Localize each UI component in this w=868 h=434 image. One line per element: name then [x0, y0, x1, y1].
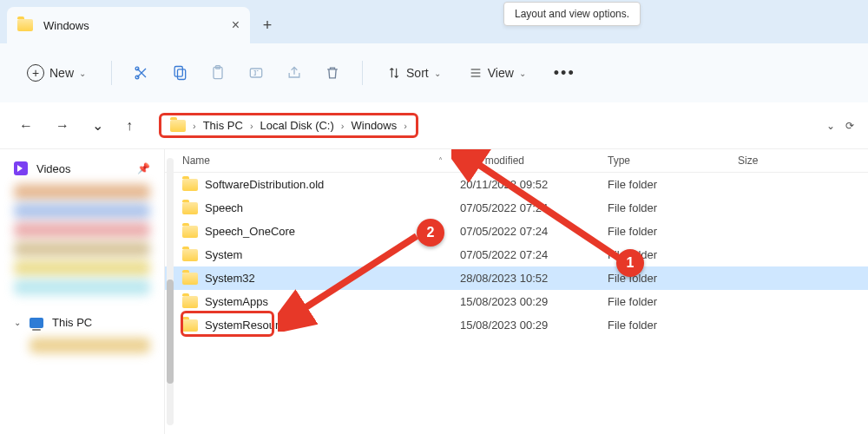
breadcrumb-item[interactable]: Windows	[352, 119, 398, 132]
col-size[interactable]: Size	[738, 155, 851, 167]
new-tab-button[interactable]: +	[250, 16, 285, 35]
navigation-pane[interactable]: Videos 📌 ⌄ This PC	[0, 149, 165, 434]
tab-windows[interactable]: Windows ×	[7, 7, 250, 43]
view-label: View	[488, 66, 514, 80]
folder-icon	[17, 19, 33, 31]
folder-icon	[182, 226, 198, 238]
trash-icon	[324, 64, 341, 82]
file-name: Speech	[205, 201, 243, 214]
share-icon	[286, 64, 303, 82]
file-type: File folder	[608, 178, 738, 191]
folder-icon	[170, 120, 186, 132]
file-date: 07/05/2022 07:24	[460, 248, 608, 261]
col-date[interactable]: Date modified	[460, 155, 608, 167]
refresh-button[interactable]: ⟳	[845, 120, 854, 132]
blurred-item	[14, 279, 150, 295]
separator	[362, 61, 363, 85]
blurred-item	[30, 338, 150, 353]
chevron-right-icon: ›	[193, 121, 196, 131]
view-icon	[469, 66, 483, 80]
sidebar-item-label: Videos	[36, 162, 71, 175]
copy-icon	[171, 64, 188, 82]
file-date: 15/08/2023 00:29	[460, 295, 608, 308]
svg-rect-2	[174, 67, 182, 77]
file-name: SystemApps	[205, 295, 268, 308]
content-area: Videos 📌 ⌄ This PC Name˄ Date modified T…	[0, 149, 868, 434]
new-button[interactable]: + New ⌄	[17, 58, 95, 88]
sort-button[interactable]: Sort ⌄	[378, 61, 450, 85]
clipboard-icon	[209, 64, 227, 82]
close-icon[interactable]: ×	[232, 17, 240, 33]
copy-button[interactable]	[166, 59, 194, 87]
file-date: 28/08/2023 10:52	[460, 272, 608, 285]
up-button[interactable]: ↑	[121, 115, 138, 137]
rename-button[interactable]	[242, 59, 270, 87]
file-name: SoftwareDistribution.old	[205, 178, 324, 191]
blurred-item	[14, 222, 150, 238]
file-type: File folder	[608, 201, 738, 214]
back-button[interactable]: ←	[14, 115, 38, 137]
recent-dropdown[interactable]: ⌄	[87, 114, 108, 137]
chevron-right-icon: ›	[250, 121, 253, 131]
scrollbar-thumb[interactable]	[167, 279, 174, 384]
file-type: File folder	[608, 225, 738, 238]
sort-indicator-icon: ˄	[438, 156, 443, 166]
sidebar-item-thispc[interactable]: ⌄ This PC	[3, 311, 161, 334]
delete-button[interactable]	[319, 59, 346, 87]
new-label: New	[49, 66, 74, 80]
more-button[interactable]: •••	[545, 59, 584, 88]
folder-icon	[182, 296, 198, 308]
view-button[interactable]: View ⌄	[460, 61, 535, 85]
col-type[interactable]: Type	[608, 155, 738, 167]
file-date: 15/08/2023 00:29	[460, 319, 608, 332]
sort-label: Sort	[406, 66, 429, 80]
title-bar: Windows × +	[0, 0, 868, 43]
folder-icon	[182, 273, 198, 285]
table-row[interactable]: System07/05/2022 07:24File folder	[165, 243, 868, 266]
separator	[111, 61, 112, 85]
blurred-item	[14, 241, 150, 257]
file-name: System32	[205, 272, 255, 285]
sidebar-item-label: This PC	[52, 316, 92, 329]
rename-icon	[247, 64, 265, 82]
file-name: SystemResources	[205, 319, 296, 332]
chevron-down-icon: ⌄	[519, 69, 526, 78]
file-list[interactable]: Name˄ Date modified Type Size SoftwareDi…	[165, 149, 868, 434]
chevron-right-icon: ›	[341, 121, 345, 131]
address-dropdown[interactable]: ⌄	[826, 120, 835, 132]
table-row[interactable]: Speech07/05/2022 07:24File folder	[165, 196, 868, 220]
folder-icon	[182, 179, 198, 191]
column-headers[interactable]: Name˄ Date modified Type Size	[165, 149, 868, 173]
sidebar-item-videos[interactable]: Videos 📌	[3, 156, 161, 181]
col-name[interactable]: Name	[182, 155, 210, 167]
share-button[interactable]	[280, 59, 308, 87]
breadcrumb-item[interactable]: Local Disk (C:)	[260, 119, 334, 132]
pc-icon	[30, 318, 43, 328]
file-name: Speech_OneCore	[205, 225, 295, 238]
breadcrumb[interactable]: › This PC › Local Disk (C:) › Windows ›	[159, 113, 418, 138]
annotation-marker-1: 1	[616, 249, 644, 277]
table-row[interactable]: SystemResources15/08/2023 00:29File fold…	[165, 313, 868, 337]
file-type: File folder	[608, 295, 738, 308]
blurred-item	[14, 184, 150, 200]
tab-title: Windows	[43, 19, 89, 32]
table-row[interactable]: SystemApps15/08/2023 00:29File folder	[165, 290, 868, 313]
scrollbar-track[interactable]	[167, 158, 174, 425]
chevron-down-icon: ⌄	[434, 69, 441, 78]
forward-button[interactable]: →	[50, 115, 75, 137]
sort-icon	[387, 66, 401, 80]
paste-button[interactable]	[204, 59, 232, 87]
cut-button[interactable]	[128, 59, 155, 87]
breadcrumb-item[interactable]: This PC	[203, 119, 243, 132]
folder-icon	[182, 202, 198, 214]
tooltip: Layout and view options.	[503, 2, 641, 26]
table-row[interactable]: System3228/08/2023 10:52File folder	[165, 266, 868, 290]
svg-rect-6	[250, 69, 261, 77]
address-bar: ← → ⌄ ↑ › This PC › Local Disk (C:) › Wi…	[0, 102, 868, 149]
table-row[interactable]: Speech_OneCore07/05/2022 07:24File folde…	[165, 220, 868, 243]
pin-icon: 📌	[137, 162, 150, 174]
table-row[interactable]: SoftwareDistribution.old20/11/2022 09:52…	[165, 173, 868, 196]
chevron-down-icon: ⌄	[79, 69, 86, 78]
video-icon	[14, 161, 28, 175]
scissors-icon	[133, 64, 150, 82]
